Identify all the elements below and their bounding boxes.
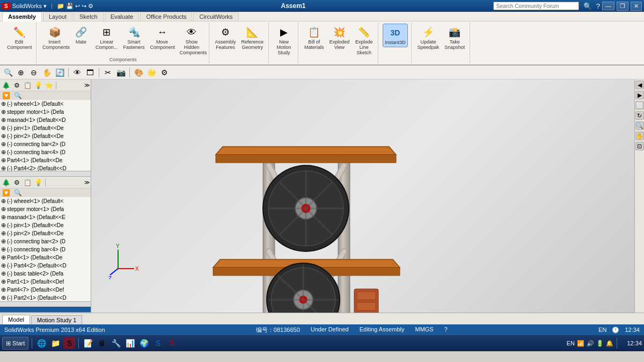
bottom-panel-expand-btn[interactable]: ≫	[84, 179, 90, 185]
new-motion-study-button[interactable]: ▶ NewMotionStudy	[273, 24, 295, 57]
bottom-tree-item-12[interactable]: ⊕(-) Part2<1> (Default<<D	[0, 294, 91, 301]
sys-battery-icon[interactable]: 🔋	[596, 340, 604, 347]
camera-icon[interactable]: 📷	[115, 67, 127, 78]
tree-item-7[interactable]: ⊕Part4<1> (Default<<De	[0, 156, 91, 164]
explode-line-button[interactable]: 📏 ExplodeLineSketch	[353, 24, 375, 57]
bottom-tree-item-11[interactable]: ⊕Part4<7> (Default<<Def	[0, 286, 91, 294]
dme-icon[interactable]: 💡	[33, 81, 43, 90]
tree-item-0[interactable]: ⊕(-) wheeel<1> (Default<	[0, 100, 91, 108]
tree-item-6[interactable]: ⊕(-) connecting bar<4> (D	[0, 148, 91, 156]
tab-sketch[interactable]: Sketch	[74, 12, 104, 21]
taskbar-sw-icon[interactable]: S	[63, 337, 75, 349]
bottom-tree-item-5[interactable]: ⊕(-) connecting bar<2> (D	[0, 237, 91, 245]
filter-icon[interactable]: 🔽	[1, 91, 11, 100]
restore-button[interactable]: ❐	[617, 2, 628, 11]
show-hidden-button[interactable]: 👁 ShowHiddenComponents	[178, 24, 206, 57]
insert-components-button[interactable]: 📦 InsertComponents	[41, 24, 68, 52]
view-cube-btn[interactable]: ⬜	[635, 101, 644, 110]
bottom-tree-item-3[interactable]: ⊕(-) pin<1> (Default<<De	[0, 221, 91, 229]
bottom-tree-item-7[interactable]: ⊕Part4<1> (Default<<De	[0, 254, 91, 262]
taskbar-app6-icon[interactable]: S	[152, 337, 164, 349]
fit-view-btn[interactable]: ⊡	[635, 142, 644, 150]
menu-solidworks[interactable]: SolidWorks ▾	[12, 3, 47, 10]
help-question[interactable]: ?	[444, 326, 448, 334]
taskbar-app2-icon[interactable]: 🖥	[96, 337, 108, 349]
take-snapshot-button[interactable]: 📸 TakeSnapshot	[443, 24, 466, 52]
bill-of-materials-button[interactable]: 📋 Bill ofMaterials	[303, 24, 326, 52]
zoom-in-icon[interactable]: ⊕	[15, 67, 27, 78]
bottom-dme-icon[interactable]: 💡	[33, 178, 43, 187]
bottom-feature-manager-icon[interactable]: 🌲	[1, 178, 11, 187]
display-style-icon[interactable]: 🗖	[84, 67, 96, 78]
render-icon[interactable]: 🌟	[145, 67, 157, 78]
appearance-icon[interactable]: 🎨	[133, 67, 144, 78]
feature-manager-icon[interactable]: 🌲	[1, 81, 11, 90]
tab-circuitworks[interactable]: CircuitWorks	[193, 12, 238, 21]
tree-item-4[interactable]: ⊕(-) pin<2> (Default<<De	[0, 132, 91, 140]
bottom-config-manager-icon[interactable]: 📋	[23, 178, 32, 187]
collapse-btn[interactable]: ◀	[635, 81, 644, 89]
taskbar-app7-icon[interactable]: S	[166, 337, 178, 349]
rotate-icon[interactable]: 🔄	[54, 67, 65, 78]
bottom-property-manager-icon[interactable]: ⚙	[12, 178, 21, 187]
exploded-view-button[interactable]: 💥 ExplodedView	[328, 24, 352, 52]
zoom-view-btn[interactable]: 🔍	[635, 121, 644, 130]
tab-layout[interactable]: Layout	[43, 12, 72, 21]
pan-icon[interactable]: ✋	[41, 67, 53, 78]
search-tree-icon[interactable]: 🔍	[13, 91, 23, 100]
bottom-tree-item-6[interactable]: ⊕(-) connecting bar<4> (D	[0, 245, 91, 254]
sys-volume-icon[interactable]: 🔊	[587, 340, 594, 347]
taskbar-app1-icon[interactable]: 📝	[82, 337, 94, 349]
tree-item-1[interactable]: ⊕stepper motor<1> (Defa	[0, 108, 91, 116]
pan-view-btn[interactable]: ✋	[635, 132, 644, 140]
viewport[interactable]: X Y Z ◀ ▶ ⬜ ↻ 🔍 ✋ ⊡	[91, 79, 644, 313]
favorites-icon[interactable]: ⭐	[44, 81, 54, 90]
bottom-tree-item-4[interactable]: ⊕(-) pin<2> (Default<<De	[0, 229, 91, 237]
bottom-tree-item-10[interactable]: ⊕Part1<1> (Default<<Def	[0, 278, 91, 286]
view-orientation-icon[interactable]: 👁	[71, 67, 83, 78]
settings-icon[interactable]: ⚙	[158, 67, 170, 78]
linear-component-button[interactable]: ⊞ LinearCompon...	[94, 24, 120, 52]
mate-button[interactable]: 🔗 Mate	[70, 24, 92, 46]
instant3d-button[interactable]: 3D Instant3D	[383, 24, 408, 47]
top-panel-scrollbar-h[interactable]	[0, 171, 91, 176]
bottom-search-tree-icon[interactable]: 🔍	[13, 188, 23, 198]
zoom-fit-icon[interactable]: 🔍	[2, 67, 14, 78]
taskbar-ie-icon[interactable]: 🌐	[35, 337, 47, 349]
motion-study-tab[interactable]: Motion Study 1	[31, 315, 82, 324]
bottom-tree-item-8[interactable]: ⊕(-) Part4<2> (Default<<D	[0, 262, 91, 270]
expand-btn[interactable]: ▶	[635, 91, 644, 99]
assembly-features-button[interactable]: ⚙ AssemblyFeatures	[214, 24, 238, 52]
minimize-button[interactable]: —	[602, 2, 614, 10]
panel-expand-btn[interactable]: ≫	[84, 82, 90, 88]
bottom-tree-item-1[interactable]: ⊕stepper motor<1> (Defa	[0, 205, 91, 213]
bottom-tree-item-9[interactable]: ⊕(-) basic table<2> (Defa	[0, 270, 91, 278]
tree-item-3[interactable]: ⊕(-) pin<1> (Default<<De	[0, 124, 91, 132]
property-manager-icon[interactable]: ⚙	[12, 81, 21, 90]
bottom-tree-item-2[interactable]: ⊕masnad<1> (Default<<E	[0, 213, 91, 221]
model-tab[interactable]: Model	[2, 315, 30, 324]
taskbar-app3-icon[interactable]: 🔧	[110, 337, 122, 349]
rotate-view-btn[interactable]: ↻	[635, 111, 644, 120]
tab-office[interactable]: Office Products	[140, 12, 192, 21]
sys-notification-icon[interactable]: 🔔	[606, 340, 613, 347]
section-view-icon[interactable]: ✂	[102, 67, 114, 78]
tree-item-8[interactable]: ⊕(-) Part4<2> (Default<<D	[0, 164, 91, 171]
edit-component-button[interactable]: ✏️ Edit Component	[5, 24, 33, 52]
taskbar-app5-icon[interactable]: 🌍	[138, 337, 150, 349]
bottom-panel-scrollbar-indicator[interactable]	[0, 307, 91, 312]
close-button[interactable]: ✕	[631, 2, 642, 11]
search-input[interactable]	[493, 2, 579, 10]
zoom-out-icon[interactable]: ⊖	[28, 67, 40, 78]
move-component-button[interactable]: ↔ MoveComponent	[149, 24, 176, 52]
bottom-tree-item-0[interactable]: ⊕(-) wheeel<1> (Default<	[0, 197, 91, 205]
tab-evaluate[interactable]: Evaluate	[105, 12, 140, 21]
update-speedpak-button[interactable]: ⚡ UpdateSpeedpak	[416, 24, 441, 52]
tab-assembly[interactable]: Assembly	[2, 12, 42, 21]
tree-item-5[interactable]: ⊕(-) connecting bar<2> (D	[0, 140, 91, 148]
bottom-panel-scrollbar-h[interactable]	[0, 301, 91, 307]
tree-item-2[interactable]: ⊕masnad<1> (Default<<D	[0, 116, 91, 124]
taskbar-app4-icon[interactable]: 📊	[124, 337, 136, 349]
smart-fasteners-button[interactable]: 🔩 SmartFasteners	[122, 24, 147, 52]
sys-network-icon[interactable]: 📶	[577, 340, 584, 347]
